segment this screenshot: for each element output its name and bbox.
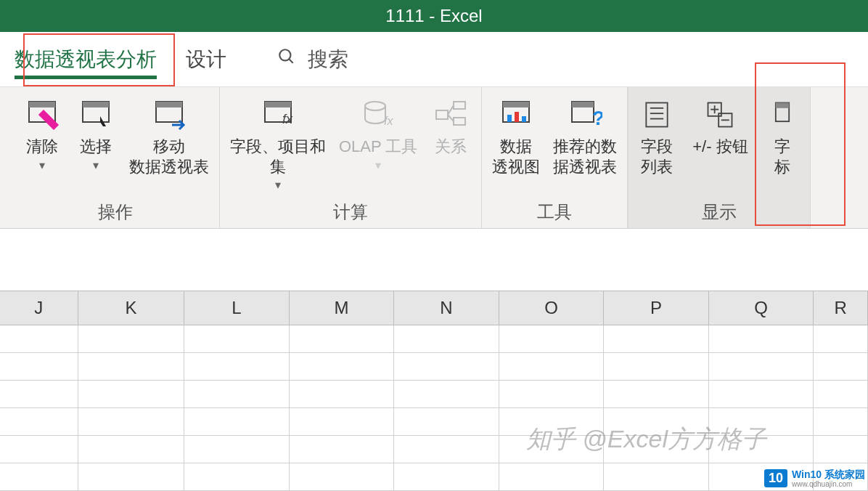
grid-cell[interactable]: [78, 408, 185, 436]
grid-cell[interactable]: [814, 408, 868, 436]
chevron-down-icon: ▾: [375, 158, 381, 172]
svg-line-1: [289, 59, 292, 62]
grid-cell[interactable]: [184, 325, 290, 353]
grid-cell[interactable]: [78, 463, 185, 491]
grid-cell[interactable]: [604, 353, 709, 381]
grid-cell[interactable]: [290, 463, 395, 491]
grid-cell[interactable]: [499, 381, 605, 408]
grid-cell[interactable]: [0, 381, 78, 408]
search-box[interactable]: 搜索: [277, 46, 348, 73]
olap-icon: fx: [361, 97, 396, 132]
column-header[interactable]: N: [394, 291, 499, 325]
field-list-button[interactable]: 字段 列表: [634, 94, 679, 179]
grid-cell[interactable]: [394, 325, 499, 353]
grid-cell[interactable]: [604, 325, 709, 353]
grid-cell[interactable]: [814, 353, 868, 381]
svg-rect-20: [522, 116, 526, 122]
grid-cell[interactable]: [604, 408, 709, 436]
clear-button[interactable]: 清除 ▾: [17, 94, 67, 175]
tab-design[interactable]: 设计: [171, 32, 241, 86]
fields-items-sets-button[interactable]: fx 字段、项目和 集 ▾: [226, 94, 330, 195]
pivotchart-icon: [499, 97, 533, 132]
plus-minus-buttons-button[interactable]: +/- 按钮: [684, 94, 756, 160]
grid-cell[interactable]: [394, 436, 499, 463]
grid-cell[interactable]: [78, 436, 185, 463]
svg-point-11: [365, 102, 385, 110]
window-title: 1111 - Excel: [385, 6, 482, 26]
group-calculations: fx 字段、项目和 集 ▾ fx OLAP 工具 ▾ 关系 计算: [220, 87, 482, 228]
chevron-down-icon: ▾: [275, 178, 281, 192]
grid-cell[interactable]: [709, 325, 814, 353]
grid-cell[interactable]: [290, 408, 395, 436]
plus-minus-icon: [703, 97, 737, 132]
grid-cell[interactable]: [184, 408, 290, 436]
svg-rect-34: [776, 103, 789, 108]
column-header[interactable]: Q: [709, 291, 814, 325]
grid-cell[interactable]: [814, 463, 868, 491]
move-pivottable-button[interactable]: 移动 数据透视表: [125, 94, 213, 179]
grid-cell[interactable]: [184, 353, 290, 381]
grid-row: [0, 436, 868, 463]
group-tools: 数据 透视图 ? 推荐的数 据透视表 工具: [482, 87, 628, 228]
column-headers-row: JKLMNOPQR: [0, 291, 868, 325]
grid-cell[interactable]: [78, 353, 185, 381]
grid-cell[interactable]: [0, 353, 78, 381]
svg-point-0: [279, 49, 290, 60]
grid-cell[interactable]: [0, 463, 78, 491]
grid-cell[interactable]: [499, 325, 605, 353]
grid-cell[interactable]: [394, 381, 499, 408]
column-header[interactable]: L: [184, 291, 290, 325]
grid-cell[interactable]: [394, 353, 499, 381]
column-header[interactable]: O: [499, 291, 605, 325]
grid-cell[interactable]: [290, 436, 395, 463]
grid-cell[interactable]: [604, 436, 709, 463]
grid-cell[interactable]: [290, 353, 395, 381]
button-label: 移动 数据透视表: [129, 137, 209, 176]
select-button[interactable]: 选择 ▾: [71, 94, 120, 175]
grid-cell[interactable]: [499, 353, 605, 381]
grid-cell[interactable]: [709, 408, 814, 436]
grid-cell[interactable]: [78, 381, 185, 408]
grid-cell[interactable]: [394, 408, 499, 436]
grid-cell[interactable]: [0, 436, 78, 463]
group-actions: 清除 ▾ 选择 ▾ 移动 数据透视表 操作: [0, 87, 220, 228]
column-header[interactable]: P: [604, 291, 709, 325]
grid-cell[interactable]: [184, 381, 290, 408]
column-header[interactable]: M: [290, 291, 395, 325]
column-header[interactable]: J: [0, 291, 78, 325]
grid-cell[interactable]: [814, 381, 868, 408]
column-header[interactable]: R: [814, 291, 868, 325]
field-headers-button[interactable]: 字 标: [761, 94, 804, 179]
grid-cell[interactable]: [709, 436, 814, 463]
ribbon-tabs: 数据透视表分析 设计 搜索: [0, 32, 868, 87]
grid-cell[interactable]: [499, 408, 605, 436]
title-bar: 1111 - Excel: [0, 0, 868, 32]
spreadsheet-grid[interactable]: JKLMNOPQR: [0, 291, 868, 491]
group-label: 计算: [333, 198, 368, 225]
grid-cell[interactable]: [604, 381, 709, 408]
grid-cell[interactable]: [290, 381, 395, 408]
pivotchart-button[interactable]: 数据 透视图: [488, 94, 544, 179]
recommended-pivottables-button[interactable]: ? 推荐的数 据透视表: [549, 94, 621, 179]
grid-cell[interactable]: [499, 436, 605, 463]
grid-cell[interactable]: [709, 463, 814, 491]
grid-row: [0, 325, 868, 353]
svg-rect-7: [156, 102, 182, 107]
column-header[interactable]: K: [78, 291, 185, 325]
grid-cell[interactable]: [290, 325, 395, 353]
grid-cell[interactable]: [184, 463, 290, 491]
grid-cell[interactable]: [78, 325, 185, 353]
grid-cell[interactable]: [184, 436, 290, 463]
grid-cell[interactable]: [709, 353, 814, 381]
tab-pivottable-analyze[interactable]: 数据透视表分析: [0, 32, 171, 86]
grid-cell[interactable]: [604, 463, 709, 491]
grid-cell[interactable]: [499, 463, 605, 491]
grid-cell[interactable]: [709, 381, 814, 408]
group-label: 工具: [537, 198, 572, 225]
grid-cell[interactable]: [394, 463, 499, 491]
grid-cell[interactable]: [814, 325, 868, 353]
grid-cell[interactable]: [814, 436, 868, 463]
grid-cell[interactable]: [0, 325, 78, 353]
svg-rect-14: [454, 102, 465, 109]
grid-cell[interactable]: [0, 408, 78, 436]
